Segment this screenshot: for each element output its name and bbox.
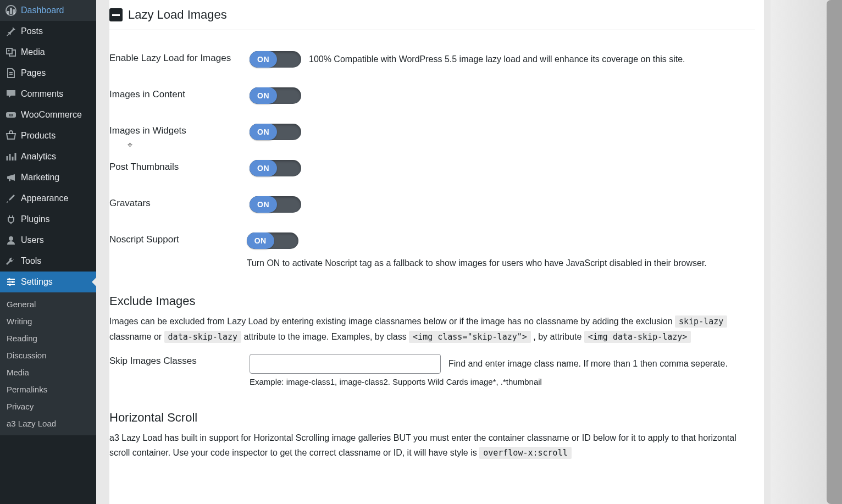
toggle-knob: ON: [247, 232, 274, 249]
megaphone-icon: [5, 172, 16, 183]
dashboard-icon: [5, 5, 16, 16]
menu-woocommerce[interactable]: W WooCommerce: [0, 104, 96, 125]
comments-icon: [5, 88, 16, 99]
right-fade: [771, 0, 842, 504]
submenu-a3-lazy-load[interactable]: a3 Lazy Load: [0, 415, 96, 432]
toggle-images-widgets[interactable]: ON: [250, 124, 301, 140]
toggle-noscript[interactable]: ON: [247, 232, 298, 249]
submenu-media[interactable]: Media: [0, 364, 96, 381]
exclude-text-d: , by attribute: [533, 332, 584, 341]
skip-classes-example: Example: image-class1, image-class2. Sup…: [250, 377, 728, 386]
section-header: Lazy Load Images: [109, 8, 755, 30]
label-images-content: Images in Content: [109, 87, 250, 100]
menu-settings[interactable]: Settings: [0, 272, 96, 292]
submenu-general[interactable]: General: [0, 296, 96, 313]
exclude-text-c: attribute to the image. Examples, by cla…: [243, 332, 409, 341]
menu-label: Products: [21, 131, 56, 141]
brush-icon: [5, 193, 16, 204]
menu-dashboard[interactable]: Dashboard: [0, 0, 96, 21]
toggle-post-thumbnails[interactable]: ON: [250, 160, 301, 176]
exclude-text-a: Images can be excluded from Lazy Load by…: [109, 317, 675, 326]
menu-label: Plugins: [21, 214, 49, 224]
menu-label: Comments: [21, 89, 63, 99]
exclude-paragraph: Images can be excluded from Lazy Load by…: [109, 314, 755, 344]
submenu-reading[interactable]: Reading: [0, 330, 96, 347]
code-example-attr: <img data-skip-lazy>: [584, 331, 691, 343]
toggle-knob: ON: [250, 160, 277, 176]
menu-tools[interactable]: Tools: [0, 251, 96, 272]
desc-enable-lazy-load: 100% Compatible with WordPress 5.5 image…: [309, 53, 685, 66]
row-images-widgets: Images in Widgets ON: [109, 114, 755, 150]
menu-products[interactable]: Products: [0, 125, 96, 146]
products-icon: [5, 130, 16, 141]
wrench-icon: [5, 256, 16, 267]
skip-classes-input[interactable]: [250, 354, 441, 374]
plug-icon: [5, 214, 16, 225]
desc-noscript: Turn ON to activate Noscript tag as a fa…: [247, 257, 707, 270]
svg-point-4: [9, 236, 13, 241]
toggle-enable-lazy-load[interactable]: ON: [250, 51, 301, 68]
woocommerce-icon: W: [5, 109, 16, 120]
hscroll-text: a3 Lazy Load has built in support for Ho…: [109, 433, 736, 457]
menu-pages[interactable]: Pages: [0, 63, 96, 84]
submenu-writing[interactable]: Writing: [0, 313, 96, 330]
settings-submenu: General Writing Reading Discussion Media…: [0, 292, 96, 435]
code-data-skip-lazy: data-skip-lazy: [164, 331, 241, 343]
exclude-text-b: classname or: [109, 332, 164, 341]
menu-label: Posts: [21, 26, 43, 36]
label-noscript: Noscript Support: [109, 232, 247, 245]
toggle-gravatars[interactable]: ON: [250, 196, 301, 213]
code-overflow-x: overflow-x:scroll: [479, 447, 572, 459]
label-images-widgets: Images in Widgets: [109, 124, 250, 136]
user-icon: [5, 235, 16, 246]
menu-label: Marketing: [21, 173, 59, 182]
pin-icon: [5, 26, 16, 37]
row-post-thumbnails: Post Thumbnails ON: [109, 150, 755, 186]
label-skip-classes: Skip Images Classes: [109, 354, 250, 367]
exclude-title: Exclude Images: [109, 294, 755, 308]
row-skip-classes: Skip Images Classes Find and enter image…: [109, 344, 755, 396]
svg-point-5: [8, 278, 10, 280]
submenu-privacy[interactable]: Privacy: [0, 398, 96, 415]
toggle-knob: ON: [250, 196, 277, 213]
label-gravatars: Gravatars: [109, 196, 250, 209]
menu-label: Tools: [21, 256, 41, 266]
skip-classes-desc: Find and enter image class name. If more…: [448, 357, 728, 370]
hscroll-paragraph: a3 Lazy Load has built in support for Ho…: [109, 430, 755, 461]
pages-icon: [5, 68, 16, 79]
label-post-thumbnails: Post Thumbnails: [109, 160, 250, 173]
menu-comments[interactable]: Comments: [0, 84, 96, 104]
menu-label: Settings: [21, 277, 53, 287]
section-title: Lazy Load Images: [128, 8, 227, 22]
toggle-knob: ON: [250, 51, 277, 68]
svg-point-1: [8, 50, 10, 52]
menu-users[interactable]: Users: [0, 230, 96, 251]
collapse-icon[interactable]: [109, 8, 123, 21]
label-enable-lazy-load: Enable Lazy Load for Images: [109, 51, 250, 64]
row-images-content: Images in Content ON: [109, 77, 755, 114]
toggle-knob: ON: [250, 87, 277, 104]
menu-plugins[interactable]: Plugins: [0, 209, 96, 230]
hscroll-title: Horizontal Scroll: [109, 411, 755, 425]
toggle-knob: ON: [250, 124, 277, 140]
svg-point-6: [12, 281, 14, 283]
menu-label: Users: [21, 235, 44, 245]
code-example-class: <img class="skip-lazy">: [409, 331, 531, 343]
svg-point-7: [9, 284, 11, 286]
menu-media[interactable]: Media: [0, 42, 96, 63]
main-content: Lazy Load Images Enable Lazy Load for Im…: [109, 0, 764, 504]
menu-label: WooCommerce: [21, 110, 82, 120]
menu-marketing[interactable]: Marketing: [0, 167, 96, 188]
menu-appearance[interactable]: Appearance: [0, 188, 96, 209]
menu-posts[interactable]: Posts: [0, 21, 96, 42]
menu-analytics[interactable]: Analytics: [0, 146, 96, 167]
toggle-images-content[interactable]: ON: [250, 87, 301, 104]
analytics-icon: [5, 151, 16, 162]
submenu-permalinks[interactable]: Permalinks: [0, 381, 96, 398]
sliders-icon: [5, 276, 16, 287]
menu-label: Appearance: [21, 193, 68, 203]
menu-label: Analytics: [21, 152, 56, 162]
svg-text:W: W: [9, 113, 13, 118]
submenu-discussion[interactable]: Discussion: [0, 347, 96, 364]
admin-sidebar: Dashboard Posts Media Pages Comments W W…: [0, 0, 96, 504]
